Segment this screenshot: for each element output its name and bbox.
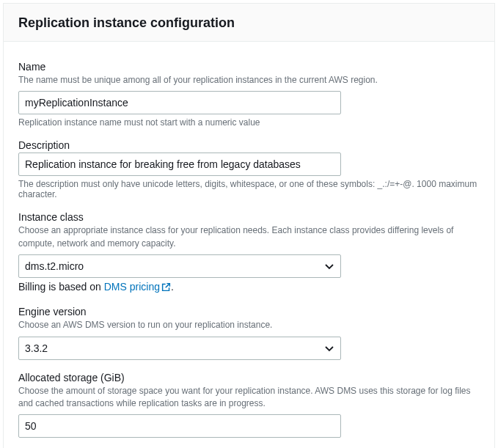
panel-body: Name The name must be unique among all o… xyxy=(4,42,494,448)
field-description: Description The description must only ha… xyxy=(18,139,480,199)
allocated-storage-input[interactable] xyxy=(18,414,341,438)
name-label: Name xyxy=(18,61,480,73)
name-input[interactable] xyxy=(18,91,341,114)
billing-suffix: . xyxy=(171,281,174,293)
allocated-storage-label: Allocated storage (GiB) xyxy=(18,372,480,383)
field-instance-class: Instance class Choose an appropriate ins… xyxy=(18,211,480,294)
engine-version-select-wrap: 3.3.2 xyxy=(18,337,341,360)
panel-header: Replication instance configuration xyxy=(4,4,494,42)
engine-version-hint: Choose an AWS DMS version to run on your… xyxy=(18,319,480,331)
instance-class-select-wrap: dms.t2.micro xyxy=(18,254,341,278)
name-hint: The name must be unique among all of you… xyxy=(18,74,480,87)
instance-class-hint: Choose an appropriate instance class for… xyxy=(18,224,480,250)
dms-pricing-link[interactable]: DMS pricing xyxy=(104,281,171,293)
dms-pricing-link-text: DMS pricing xyxy=(104,281,160,293)
billing-prefix: Billing is based on xyxy=(18,281,104,293)
description-input[interactable] xyxy=(18,153,341,176)
allocated-storage-hint: Choose the amount of storage space you w… xyxy=(18,385,480,411)
external-link-icon xyxy=(161,282,171,294)
name-below: Replication instance name must not start… xyxy=(18,117,480,128)
description-label: Description xyxy=(18,139,480,151)
field-name: Name The name must be unique among all o… xyxy=(18,61,480,128)
engine-version-label: Engine version xyxy=(18,306,480,317)
config-panel: Replication instance configuration Name … xyxy=(3,3,495,448)
billing-note: Billing is based on DMS pricing. xyxy=(18,281,480,294)
instance-class-select[interactable]: dms.t2.micro xyxy=(18,254,341,278)
field-engine-version: Engine version Choose an AWS DMS version… xyxy=(18,306,480,359)
instance-class-label: Instance class xyxy=(18,211,480,223)
panel-title: Replication instance configuration xyxy=(18,15,480,31)
description-below: The description must only have unicode l… xyxy=(18,179,480,199)
field-allocated-storage: Allocated storage (GiB) Choose the amoun… xyxy=(18,372,480,438)
engine-version-select[interactable]: 3.3.2 xyxy=(18,337,341,360)
